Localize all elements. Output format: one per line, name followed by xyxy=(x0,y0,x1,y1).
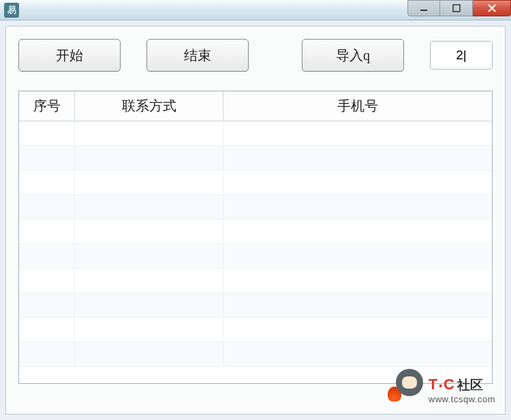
watermark-url: www.tcsqw.com xyxy=(429,394,495,404)
maximize-button[interactable] xyxy=(440,0,473,16)
app-icon: 易 xyxy=(4,3,19,18)
table-row[interactable] xyxy=(19,269,492,293)
column-header-num[interactable]: 序号 xyxy=(19,91,75,121)
column-header-phone[interactable]: 手机号 xyxy=(223,91,492,121)
data-table: 序号 联系方式 手机号 xyxy=(18,91,493,384)
end-button[interactable]: 结束 xyxy=(146,39,249,72)
table-body xyxy=(19,121,492,384)
table-row[interactable] xyxy=(19,121,492,146)
column-header-contact[interactable]: 联系方式 xyxy=(75,91,223,121)
toolbar: 开始 结束 导入q xyxy=(18,39,493,72)
table-row[interactable] xyxy=(19,293,492,318)
close-button[interactable] xyxy=(473,0,511,16)
table-row[interactable] xyxy=(19,195,492,220)
table-row[interactable] xyxy=(19,170,492,195)
table-row[interactable] xyxy=(19,244,492,269)
table-row[interactable] xyxy=(19,318,492,342)
table-row[interactable] xyxy=(19,146,492,170)
watermark-brand: T•C 社区 xyxy=(429,376,483,394)
mascot-icon xyxy=(388,368,424,404)
table-row[interactable] xyxy=(19,220,492,244)
svg-rect-0 xyxy=(420,10,427,11)
table-header: 序号 联系方式 手机号 xyxy=(19,91,492,121)
number-input[interactable] xyxy=(430,41,493,70)
table-row[interactable] xyxy=(19,342,492,367)
import-q-button[interactable]: 导入q xyxy=(302,39,404,72)
start-button[interactable]: 开始 xyxy=(18,39,121,72)
window-controls xyxy=(407,0,511,18)
watermark-text: T•C 社区 www.tcsqw.com xyxy=(429,376,495,404)
titlebar: 易 xyxy=(0,0,511,20)
client-area: 开始 结束 导入q 序号 联系方式 手机号 xyxy=(5,26,506,415)
minimize-button[interactable] xyxy=(407,0,440,16)
svg-rect-1 xyxy=(453,5,460,12)
watermark: T•C 社区 www.tcsqw.com xyxy=(388,368,495,404)
